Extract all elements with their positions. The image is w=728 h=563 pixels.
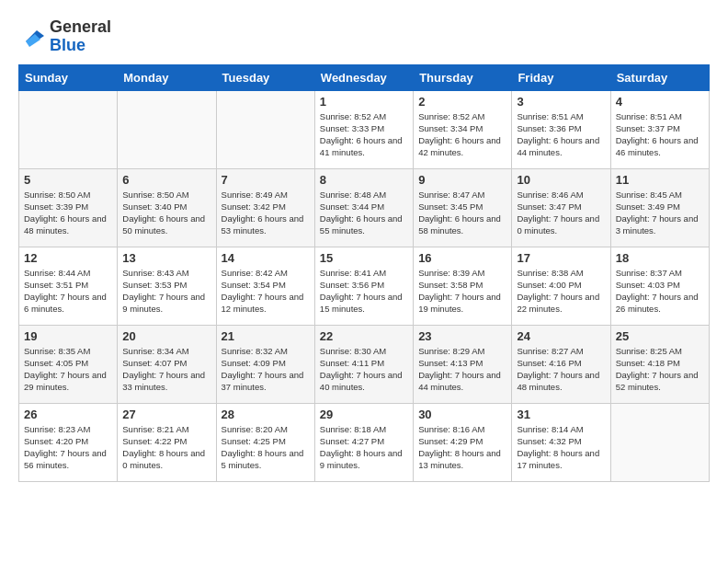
weekday-header: Thursday xyxy=(414,64,512,90)
day-info: Sunrise: 8:48 AMSunset: 3:44 PMDaylight:… xyxy=(320,189,408,237)
day-cell: 7Sunrise: 8:49 AMSunset: 3:42 PMDaylight… xyxy=(216,168,314,247)
day-info: Sunrise: 8:41 AMSunset: 3:56 PMDaylight:… xyxy=(320,267,408,316)
day-cell: 23Sunrise: 8:29 AMSunset: 4:13 PMDayligh… xyxy=(414,325,512,403)
day-number: 30 xyxy=(418,408,506,421)
week-row: 5Sunrise: 8:50 AMSunset: 3:39 PMDaylight… xyxy=(19,168,710,247)
day-cell xyxy=(216,90,314,168)
day-number: 17 xyxy=(517,251,605,265)
day-info: Sunrise: 8:35 AMSunset: 4:05 PMDaylight:… xyxy=(24,345,112,394)
day-cell: 2Sunrise: 8:52 AMSunset: 3:34 PMDaylight… xyxy=(414,90,512,168)
day-cell: 8Sunrise: 8:48 AMSunset: 3:44 PMDaylight… xyxy=(314,168,413,247)
day-info: Sunrise: 8:51 AMSunset: 3:36 PMDaylight:… xyxy=(517,110,605,159)
day-cell: 29Sunrise: 8:18 AMSunset: 4:27 PMDayligh… xyxy=(314,403,413,481)
day-cell: 5Sunrise: 8:50 AMSunset: 3:39 PMDaylight… xyxy=(19,168,118,247)
day-number: 22 xyxy=(320,329,408,343)
day-info: Sunrise: 8:43 AMSunset: 3:53 PMDaylight:… xyxy=(122,267,210,316)
day-info: Sunrise: 8:29 AMSunset: 4:13 PMDaylight:… xyxy=(418,345,506,394)
weekday-header: Tuesday xyxy=(216,64,314,90)
day-number: 9 xyxy=(418,173,506,187)
day-number: 4 xyxy=(616,95,704,109)
day-cell: 25Sunrise: 8:25 AMSunset: 4:18 PMDayligh… xyxy=(610,325,709,403)
weekday-header: Saturday xyxy=(610,64,709,90)
day-info: Sunrise: 8:18 AMSunset: 4:27 PMDaylight:… xyxy=(320,423,408,472)
logo-blue: Blue xyxy=(50,36,85,54)
day-info: Sunrise: 8:44 AMSunset: 3:51 PMDaylight:… xyxy=(24,267,112,316)
day-number: 12 xyxy=(24,251,112,265)
day-number: 6 xyxy=(122,173,210,187)
day-info: Sunrise: 8:49 AMSunset: 3:42 PMDaylight:… xyxy=(222,189,310,237)
day-cell xyxy=(118,90,216,168)
day-info: Sunrise: 8:23 AMSunset: 4:20 PMDaylight:… xyxy=(24,423,112,472)
day-number: 27 xyxy=(122,408,210,421)
day-info: Sunrise: 8:46 AMSunset: 3:47 PMDaylight:… xyxy=(517,189,605,237)
day-number: 16 xyxy=(418,251,506,265)
day-number: 11 xyxy=(616,173,704,187)
weekday-row: SundayMondayTuesdayWednesdayThursdayFrid… xyxy=(19,64,710,90)
day-cell: 14Sunrise: 8:42 AMSunset: 3:54 PMDayligh… xyxy=(216,247,314,325)
day-number: 10 xyxy=(517,173,605,187)
day-info: Sunrise: 8:52 AMSunset: 3:34 PMDaylight:… xyxy=(418,110,506,159)
day-info: Sunrise: 8:47 AMSunset: 3:45 PMDaylight:… xyxy=(418,189,506,237)
day-info: Sunrise: 8:45 AMSunset: 3:49 PMDaylight:… xyxy=(616,189,704,237)
day-info: Sunrise: 8:25 AMSunset: 4:18 PMDaylight:… xyxy=(616,345,704,394)
day-number: 1 xyxy=(320,95,408,109)
day-info: Sunrise: 8:27 AMSunset: 4:16 PMDaylight:… xyxy=(517,345,605,394)
day-cell: 15Sunrise: 8:41 AMSunset: 3:56 PMDayligh… xyxy=(314,247,413,325)
day-number: 29 xyxy=(320,408,408,421)
day-cell: 12Sunrise: 8:44 AMSunset: 3:51 PMDayligh… xyxy=(19,247,118,325)
day-number: 23 xyxy=(418,329,506,343)
day-cell: 11Sunrise: 8:45 AMSunset: 3:49 PMDayligh… xyxy=(610,168,709,247)
day-cell: 9Sunrise: 8:47 AMSunset: 3:45 PMDaylight… xyxy=(414,168,512,247)
day-cell xyxy=(610,403,709,481)
day-cell: 3Sunrise: 8:51 AMSunset: 3:36 PMDaylight… xyxy=(512,90,610,168)
day-cell: 10Sunrise: 8:46 AMSunset: 3:47 PMDayligh… xyxy=(512,168,610,247)
logo: General Blue xyxy=(18,18,111,55)
day-number: 8 xyxy=(320,173,408,187)
day-number: 28 xyxy=(222,408,310,421)
calendar-body: 1Sunrise: 8:52 AMSunset: 3:33 PMDaylight… xyxy=(19,90,710,481)
day-info: Sunrise: 8:14 AMSunset: 4:32 PMDaylight:… xyxy=(517,423,605,472)
day-cell: 17Sunrise: 8:38 AMSunset: 4:00 PMDayligh… xyxy=(512,247,610,325)
day-info: Sunrise: 8:38 AMSunset: 4:00 PMDaylight:… xyxy=(517,267,605,316)
week-row: 19Sunrise: 8:35 AMSunset: 4:05 PMDayligh… xyxy=(19,325,710,403)
day-cell: 21Sunrise: 8:32 AMSunset: 4:09 PMDayligh… xyxy=(216,325,314,403)
day-info: Sunrise: 8:20 AMSunset: 4:25 PMDaylight:… xyxy=(222,423,310,472)
day-cell: 4Sunrise: 8:51 AMSunset: 3:37 PMDaylight… xyxy=(610,90,709,168)
day-info: Sunrise: 8:32 AMSunset: 4:09 PMDaylight:… xyxy=(222,345,310,394)
day-cell: 6Sunrise: 8:50 AMSunset: 3:40 PMDaylight… xyxy=(118,168,216,247)
day-number: 7 xyxy=(222,173,310,187)
day-info: Sunrise: 8:30 AMSunset: 4:11 PMDaylight:… xyxy=(320,345,408,394)
week-row: 26Sunrise: 8:23 AMSunset: 4:20 PMDayligh… xyxy=(19,403,710,481)
page-header: General Blue xyxy=(18,18,710,55)
day-info: Sunrise: 8:51 AMSunset: 3:37 PMDaylight:… xyxy=(616,110,704,159)
day-cell xyxy=(19,90,118,168)
day-cell: 26Sunrise: 8:23 AMSunset: 4:20 PMDayligh… xyxy=(19,403,118,481)
day-cell: 20Sunrise: 8:34 AMSunset: 4:07 PMDayligh… xyxy=(118,325,216,403)
day-number: 13 xyxy=(122,251,210,265)
day-number: 26 xyxy=(24,408,112,421)
day-number: 3 xyxy=(517,95,605,109)
day-info: Sunrise: 8:50 AMSunset: 3:40 PMDaylight:… xyxy=(122,189,210,237)
day-cell: 28Sunrise: 8:20 AMSunset: 4:25 PMDayligh… xyxy=(216,403,314,481)
day-cell: 31Sunrise: 8:14 AMSunset: 4:32 PMDayligh… xyxy=(512,403,610,481)
weekday-header: Monday xyxy=(118,64,216,90)
day-cell: 18Sunrise: 8:37 AMSunset: 4:03 PMDayligh… xyxy=(610,247,709,325)
day-number: 25 xyxy=(616,329,704,343)
day-info: Sunrise: 8:37 AMSunset: 4:03 PMDaylight:… xyxy=(616,267,704,316)
logo-general: General xyxy=(50,17,111,36)
day-number: 24 xyxy=(517,329,605,343)
day-number: 5 xyxy=(24,173,112,187)
day-cell: 22Sunrise: 8:30 AMSunset: 4:11 PMDayligh… xyxy=(314,325,413,403)
week-row: 12Sunrise: 8:44 AMSunset: 3:51 PMDayligh… xyxy=(19,247,710,325)
day-number: 2 xyxy=(418,95,506,109)
day-number: 20 xyxy=(122,329,210,343)
day-number: 14 xyxy=(222,251,310,265)
day-info: Sunrise: 8:16 AMSunset: 4:29 PMDaylight:… xyxy=(418,423,506,472)
day-info: Sunrise: 8:34 AMSunset: 4:07 PMDaylight:… xyxy=(122,345,210,394)
day-number: 21 xyxy=(222,329,310,343)
day-info: Sunrise: 8:50 AMSunset: 3:39 PMDaylight:… xyxy=(24,189,112,237)
day-number: 18 xyxy=(616,251,704,265)
calendar-table: SundayMondayTuesdayWednesdayThursdayFrid… xyxy=(18,64,710,482)
day-cell: 30Sunrise: 8:16 AMSunset: 4:29 PMDayligh… xyxy=(414,403,512,481)
day-info: Sunrise: 8:52 AMSunset: 3:33 PMDaylight:… xyxy=(320,110,408,159)
